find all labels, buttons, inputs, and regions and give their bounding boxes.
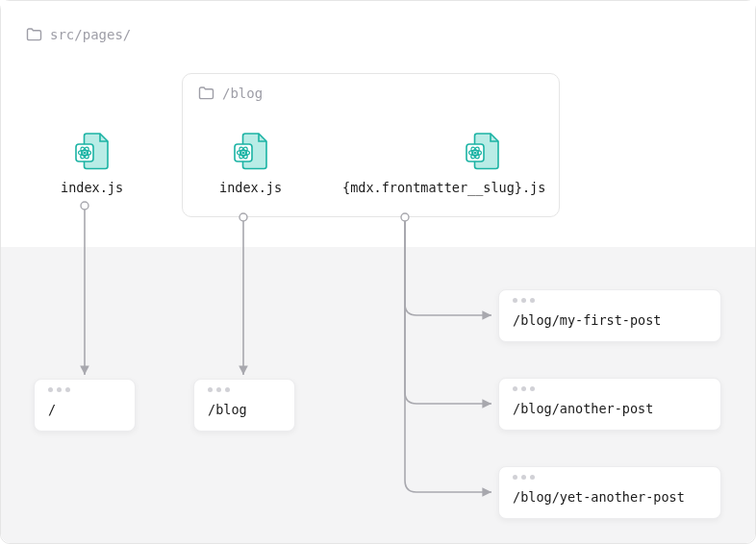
blog-folder-label: /blog — [198, 86, 263, 101]
svg-point-11 — [473, 151, 476, 154]
src-pages-text: src/pages/ — [50, 27, 131, 42]
react-file-icon — [230, 132, 272, 170]
folder-icon — [26, 28, 42, 41]
file-index-root: index.js — [61, 132, 123, 195]
window-dots-icon — [513, 298, 707, 303]
file-name-label: {mdx.frontmatter__slug}.js — [342, 180, 545, 195]
route-path: / — [48, 402, 121, 417]
file-slug: {mdx.frontmatter__slug}.js — [342, 132, 545, 195]
route-path: /blog/my-first-post — [513, 312, 707, 328]
file-name-label: index.js — [219, 180, 282, 195]
diagram-canvas: src/pages/ /blog index.js — [0, 0, 756, 544]
route-path: /blog/another-post — [513, 401, 707, 416]
react-file-icon — [71, 132, 113, 170]
route-card-root: / — [34, 379, 136, 432]
file-index-blog: index.js — [219, 132, 282, 195]
route-card-post3: /blog/yet-another-post — [498, 466, 721, 519]
folder-icon — [198, 87, 214, 100]
svg-point-1 — [83, 151, 86, 154]
blog-folder-text: /blog — [222, 86, 263, 101]
route-card-blog: /blog — [193, 379, 295, 432]
window-dots-icon — [208, 387, 281, 392]
react-file-icon — [462, 132, 504, 170]
route-card-post2: /blog/another-post — [498, 378, 721, 431]
route-card-post1: /blog/my-first-post — [498, 289, 721, 342]
file-name-label: index.js — [61, 180, 123, 195]
window-dots-icon — [513, 475, 707, 480]
svg-point-6 — [241, 151, 244, 154]
window-dots-icon — [48, 387, 121, 392]
route-path: /blog/yet-another-post — [513, 489, 707, 505]
src-pages-folder-label: src/pages/ — [26, 27, 131, 42]
route-path: /blog — [208, 402, 281, 417]
window-dots-icon — [513, 386, 707, 391]
